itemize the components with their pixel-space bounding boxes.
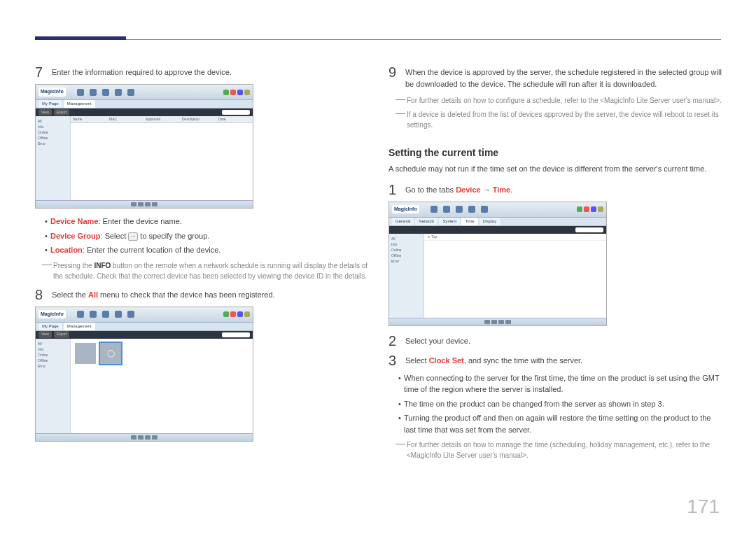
note-text: For further details on how to manage the… [407,438,724,461]
footer-bar [36,200,253,208]
sidebar-item: All [38,118,68,124]
left-column: 7 Enter the information required to appr… [35,64,371,449]
pager-button [145,202,150,206]
bullet-marker: • [396,412,404,435]
bullet-text: Turning the product off and then on agai… [404,412,724,435]
status-badge [237,311,243,317]
note-device-deleted: ― If a device is deleted from the list o… [396,108,724,130]
sidebar-item: Offline [38,358,68,363]
page-number: 171 [687,492,720,521]
tree-row: ▸ Top [424,234,606,241]
text-fragment: Select the [52,290,88,299]
note-time-manual: ― For further details on how to manage t… [396,438,724,461]
step-text: Go to the tabs Device → Time. [405,182,724,197]
step-number: 9 [388,64,405,90]
tab: Network [415,218,438,225]
sub-tabbar: My Page Management [36,100,253,108]
section-subtitle: A schedule may not run if the time set o… [388,163,724,175]
bullet-marker: • [42,244,50,256]
status-badge [237,90,243,95]
bullet-text: Device Group: Select ⋯ to specify the gr… [50,230,209,242]
sidebar-item: Error [38,141,68,146]
note-text: For further details on how to configure … [407,94,724,106]
step-text: Select the All menu to check that the de… [52,287,371,302]
bullet-marker: • [396,372,404,395]
note-schedule-manual: ― For further details on how to configur… [396,94,724,106]
status-badge [584,206,589,212]
status-badge [230,311,236,317]
text-fragment: Go to the tabs [405,185,456,194]
device-thumb-selected: ◯ [100,343,121,364]
tab: My Page [38,100,62,108]
pager-button [498,320,504,324]
app-body: All Info Online Offline Error ◯ [36,339,253,433]
sidebar-item: Online [38,352,68,358]
tab-device: Device [456,185,480,194]
field-label: Device Name [50,217,99,225]
arrow: → [481,185,493,194]
status-badge [244,90,250,95]
device-thumb [75,343,96,364]
status-badge [230,90,236,95]
screenshot-all-devices: MagicInfo My Page Management View Export [35,307,253,442]
device-thumbnails: ◯ [71,339,253,368]
info-label: INFO [94,262,111,269]
bullet-restore-time: • Turning the product off and then on ag… [396,412,724,435]
header-divider [126,39,721,40]
bullet-location: • Location: Enter the current location o… [42,244,371,256]
sidebar-item: Online [391,247,421,253]
status-badges [223,311,250,317]
header-decoration [35,36,721,41]
column-header: MAC [107,116,144,122]
pager-button [505,320,511,324]
tab: Management [64,100,95,108]
top-nav-icons [77,89,134,96]
app-titlebar: MagicInfo [389,202,606,218]
status-badges [577,206,603,212]
note-fragment: Pressing the [53,262,94,269]
bullet-marker: • [396,398,404,410]
pager-button [152,435,158,440]
toolbar-button: View [38,109,52,116]
step-8: 8 Select the All menu to check that the … [35,287,371,302]
pager-button [131,435,136,440]
note-info-button: ― Pressing the INFO button on the remote… [42,259,371,281]
browse-group-icon: ⋯ [128,232,138,241]
step-text: When the device is approved by the serve… [405,64,724,90]
step-2: 2 Select your device. [388,333,724,349]
pager-button [152,202,158,206]
nav-icon [102,89,109,96]
tree-item: ▸ Top [424,234,606,240]
note-text: If a device is deleted from the list of … [407,108,724,130]
top-nav-icons [430,206,488,213]
field-label: Location [50,246,83,254]
step-number: 7 [35,64,52,80]
nav-icon [90,311,97,318]
nav-icon [115,311,122,318]
toolbar-button: Export [54,331,69,338]
dash-icon: ― [396,94,407,106]
field-desc: to specify the group. [138,232,209,240]
column-header: Name [71,116,107,122]
bullet-text: Device Name: Enter the device name. [50,216,182,227]
toolbar-button: Export [54,109,69,116]
sidebar-item: Error [391,258,421,264]
bullet-change-time: • The time on the product can be changed… [396,398,724,410]
sub-tabbar: General Network System Time Display [389,218,606,226]
footer-bar [36,433,253,441]
tab: My Page [38,323,62,330]
sidebar: All Info Online Offline Error [36,116,71,200]
field-desc: : Enter the device name. [99,217,182,225]
status-badge [591,206,596,212]
status-badge [223,90,229,95]
sub-tabbar: My Page Management [36,323,253,331]
text-fragment: . [510,185,512,194]
step-number: 2 [388,333,405,349]
text-fragment: Select [405,356,429,365]
clock-set-label: Clock Set [429,356,464,365]
bullet-text: Location: Enter the current location of … [50,244,220,256]
toolbar: View Export [36,108,253,116]
nav-icon [481,206,488,213]
main-panel: ▸ Top [424,234,606,318]
nav-icon [90,89,97,96]
